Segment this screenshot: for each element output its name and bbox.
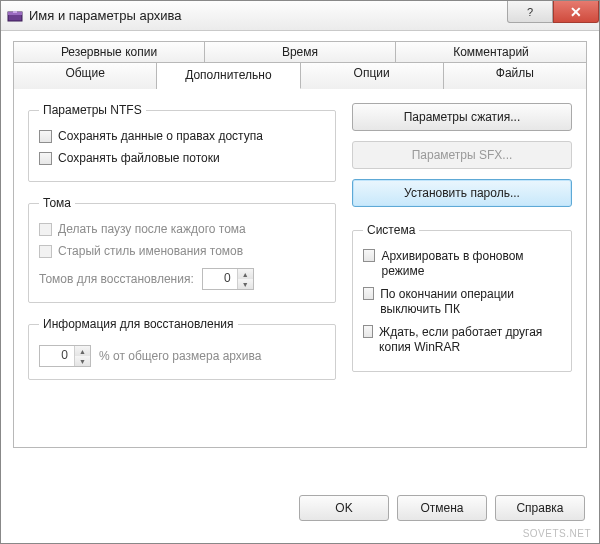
group-ntfs-legend: Параметры NTFS	[39, 103, 146, 117]
checkbox-old-volume-naming: Старый стиль именования томов	[39, 240, 325, 262]
titlebar: Имя и параметры архива ? ✕	[1, 1, 599, 31]
checkbox-label: Архивировать в фоновом режиме	[381, 249, 561, 279]
group-recovery-info-legend: Информация для восстановления	[39, 317, 238, 331]
tab-panel-advanced: Параметры NTFS Сохранять данные о правах…	[13, 88, 587, 448]
spinner-value: 0	[203, 269, 237, 289]
chevron-up-icon: ▲	[238, 269, 253, 279]
recovery-volumes-label: Томов для восстановления:	[39, 272, 194, 286]
set-password-button[interactable]: Установить пароль...	[352, 179, 572, 207]
checkbox-icon	[39, 245, 52, 258]
recovery-percent-suffix: % от общего размера архива	[99, 349, 261, 363]
tab-strip: Резервные копии Время Комментарий Общие …	[13, 41, 587, 448]
chevron-up-icon: ▲	[75, 346, 90, 356]
tab-time[interactable]: Время	[205, 41, 396, 63]
checkbox-icon	[363, 249, 375, 262]
checkbox-label: Сохранять данные о правах доступа	[58, 129, 263, 143]
checkbox-wait-other-winrar[interactable]: Ждать, если работает другая копия WinRAR	[363, 321, 561, 359]
ok-button[interactable]: OK	[299, 495, 389, 521]
checkbox-icon	[39, 223, 52, 236]
checkbox-icon	[39, 130, 52, 143]
cancel-button[interactable]: Отмена	[397, 495, 487, 521]
group-volumes-legend: Тома	[39, 196, 75, 210]
checkbox-save-security[interactable]: Сохранять данные о правах доступа	[39, 125, 325, 147]
checkbox-icon	[363, 287, 374, 300]
group-system: Система Архивировать в фоновом режиме По…	[352, 223, 572, 372]
checkbox-pause-each-volume: Делать паузу после каждого тома	[39, 218, 325, 240]
checkbox-label: Ждать, если работает другая копия WinRAR	[379, 325, 561, 355]
checkbox-shutdown-after[interactable]: По окончании операции выключить ПК	[363, 283, 561, 321]
tab-files[interactable]: Файлы	[444, 62, 587, 89]
checkbox-label: Делать паузу после каждого тома	[58, 222, 246, 236]
group-recovery-info: Информация для восстановления 0 ▲ ▼ % от…	[28, 317, 336, 380]
checkbox-label: Сохранять файловые потоки	[58, 151, 220, 165]
checkbox-label: Старый стиль именования томов	[58, 244, 243, 258]
recovery-percent-spinner: 0 ▲ ▼	[39, 345, 91, 367]
tab-general[interactable]: Общие	[13, 62, 157, 89]
checkbox-background-archive[interactable]: Архивировать в фоновом режиме	[363, 245, 561, 283]
help-button[interactable]: ?	[507, 1, 553, 23]
tab-comment[interactable]: Комментарий	[396, 41, 587, 63]
window-title: Имя и параметры архива	[29, 8, 181, 23]
dialog-footer: OK Отмена Справка	[1, 485, 599, 544]
compression-params-button[interactable]: Параметры сжатия...	[352, 103, 572, 131]
close-icon: ✕	[570, 4, 582, 20]
checkbox-icon	[39, 152, 52, 165]
checkbox-label: По окончании операции выключить ПК	[380, 287, 561, 317]
sfx-params-button: Параметры SFX...	[352, 141, 572, 169]
tab-backup[interactable]: Резервные копии	[13, 41, 205, 63]
tab-options[interactable]: Опции	[301, 62, 444, 89]
svg-rect-2	[13, 11, 17, 13]
checkbox-icon	[363, 325, 373, 338]
group-volumes: Тома Делать паузу после каждого тома Ста…	[28, 196, 336, 303]
checkbox-save-streams[interactable]: Сохранять файловые потоки	[39, 147, 325, 169]
close-button[interactable]: ✕	[553, 1, 599, 23]
group-ntfs: Параметры NTFS Сохранять данные о правах…	[28, 103, 336, 182]
group-system-legend: Система	[363, 223, 419, 237]
tab-advanced[interactable]: Дополнительно	[157, 62, 300, 89]
chevron-down-icon: ▼	[238, 279, 253, 289]
spinner-value: 0	[40, 346, 74, 366]
app-icon	[7, 8, 23, 24]
watermark: SOVETS.NET	[523, 528, 591, 539]
recovery-volumes-spinner: 0 ▲ ▼	[202, 268, 254, 290]
help-footer-button[interactable]: Справка	[495, 495, 585, 521]
chevron-down-icon: ▼	[75, 356, 90, 366]
